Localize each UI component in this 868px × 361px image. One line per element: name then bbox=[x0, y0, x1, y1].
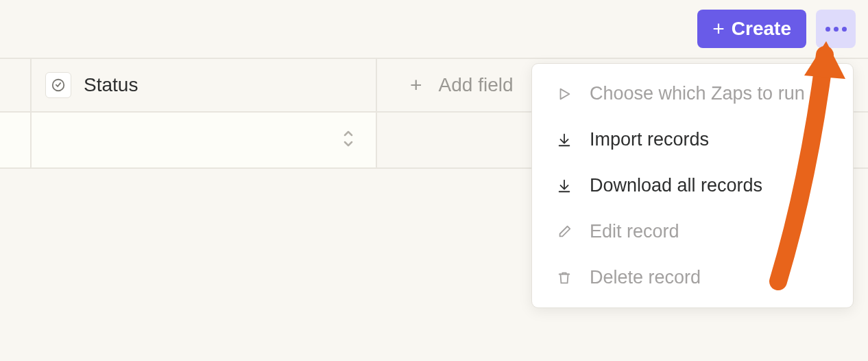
dots-icon bbox=[825, 27, 830, 32]
menu-item-label: Choose which Zaps to run bbox=[590, 83, 805, 104]
plus-icon: + bbox=[410, 75, 422, 95]
pencil-icon bbox=[555, 223, 573, 241]
menu-item-delete-record: Delete record bbox=[532, 255, 853, 301]
menu-item-label: Edit record bbox=[590, 221, 679, 242]
download-icon bbox=[555, 177, 573, 195]
row-selector-cell[interactable] bbox=[0, 113, 32, 167]
download-icon bbox=[555, 131, 573, 149]
menu-item-label: Delete record bbox=[590, 267, 701, 288]
status-column-header[interactable]: Status bbox=[32, 59, 377, 111]
menu-item-label: Import records bbox=[590, 129, 709, 150]
play-icon bbox=[555, 85, 573, 103]
menu-item-import-records[interactable]: Import records bbox=[532, 117, 853, 163]
status-column-label: Status bbox=[84, 74, 138, 96]
menu-item-edit-record: Edit record bbox=[532, 209, 853, 255]
status-type-icon bbox=[45, 72, 71, 98]
row-selector-column-header[interactable] bbox=[0, 59, 32, 111]
plus-icon: + bbox=[712, 19, 725, 39]
create-button-label: Create bbox=[732, 18, 791, 40]
create-button[interactable]: + Create bbox=[697, 10, 806, 48]
status-cell[interactable] bbox=[32, 113, 377, 167]
updown-chevron-icon bbox=[341, 129, 355, 151]
add-field-label: Add field bbox=[439, 74, 514, 96]
menu-item-label: Download all records bbox=[590, 175, 762, 196]
trash-icon bbox=[555, 269, 573, 287]
more-options-button[interactable] bbox=[816, 10, 856, 48]
menu-item-download-records[interactable]: Download all records bbox=[532, 163, 853, 209]
more-options-menu: Choose which Zaps to run Import records … bbox=[531, 63, 854, 308]
toolbar: + Create bbox=[0, 0, 868, 58]
menu-item-choose-zaps: Choose which Zaps to run bbox=[532, 71, 853, 117]
